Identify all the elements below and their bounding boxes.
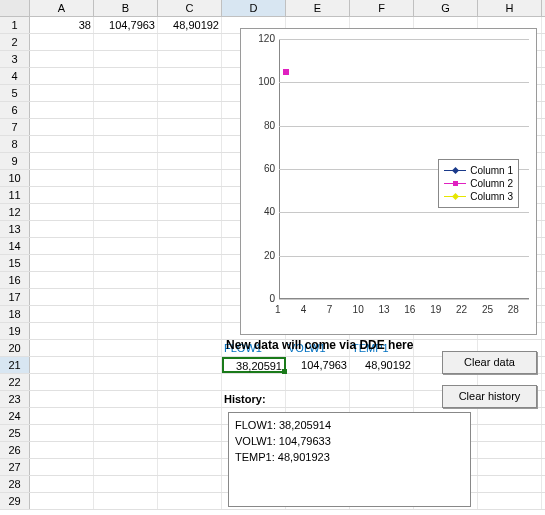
cell-C6[interactable]: [158, 102, 222, 118]
cell-E21[interactable]: 104,7963: [286, 357, 350, 373]
clear-data-button[interactable]: Clear data: [442, 351, 537, 374]
cell-C27[interactable]: [158, 459, 222, 475]
row-header-16[interactable]: 16: [0, 272, 30, 288]
col-header-F[interactable]: F: [350, 0, 414, 16]
cell-A23[interactable]: [30, 391, 94, 407]
cell-C13[interactable]: [158, 221, 222, 237]
cell-C8[interactable]: [158, 136, 222, 152]
row-header-9[interactable]: 9: [0, 153, 30, 169]
cell-A8[interactable]: [30, 136, 94, 152]
cell-B5[interactable]: [94, 85, 158, 101]
cell-C24[interactable]: [158, 408, 222, 424]
cell-C29[interactable]: [158, 493, 222, 509]
row-header-25[interactable]: 25: [0, 425, 30, 441]
row-header-23[interactable]: 23: [0, 391, 30, 407]
cell-F21[interactable]: 48,90192: [350, 357, 414, 373]
cell-A25[interactable]: [30, 425, 94, 441]
row-header-14[interactable]: 14: [0, 238, 30, 254]
cell-H25[interactable]: [478, 425, 542, 441]
cell-A7[interactable]: [30, 119, 94, 135]
cell-C1[interactable]: 48,90192: [158, 17, 222, 33]
cell-B15[interactable]: [94, 255, 158, 271]
cell-B24[interactable]: [94, 408, 158, 424]
cell-B26[interactable]: [94, 442, 158, 458]
clear-history-button[interactable]: Clear history: [442, 385, 537, 408]
cell-H26[interactable]: [478, 442, 542, 458]
cell-B3[interactable]: [94, 51, 158, 67]
row-header-2[interactable]: 2: [0, 34, 30, 50]
cell-A15[interactable]: [30, 255, 94, 271]
cell-A22[interactable]: [30, 374, 94, 390]
cell-A27[interactable]: [30, 459, 94, 475]
cell-A2[interactable]: [30, 34, 94, 50]
cell-A28[interactable]: [30, 476, 94, 492]
row-header-1[interactable]: 1: [0, 17, 30, 33]
cell-A10[interactable]: [30, 170, 94, 186]
cell-A20[interactable]: [30, 340, 94, 356]
cell-C23[interactable]: [158, 391, 222, 407]
cell-A13[interactable]: [30, 221, 94, 237]
cell-B25[interactable]: [94, 425, 158, 441]
cell-C18[interactable]: [158, 306, 222, 322]
cell-B29[interactable]: [94, 493, 158, 509]
cell-B10[interactable]: [94, 170, 158, 186]
chart[interactable]: 020406080100120 14710131619222528 Column…: [240, 28, 537, 335]
cell-B2[interactable]: [94, 34, 158, 50]
cell-B4[interactable]: [94, 68, 158, 84]
cell-C28[interactable]: [158, 476, 222, 492]
cell-A29[interactable]: [30, 493, 94, 509]
cell-B12[interactable]: [94, 204, 158, 220]
cell-H24[interactable]: [478, 408, 542, 424]
cell-F23[interactable]: [350, 391, 414, 407]
col-header-C[interactable]: C: [158, 0, 222, 16]
cell-B18[interactable]: [94, 306, 158, 322]
cell-C19[interactable]: [158, 323, 222, 339]
row-header-22[interactable]: 22: [0, 374, 30, 390]
cell-A12[interactable]: [30, 204, 94, 220]
corner-cell[interactable]: [0, 0, 30, 16]
cell-B11[interactable]: [94, 187, 158, 203]
col-header-B[interactable]: B: [94, 0, 158, 16]
cell-H28[interactable]: [478, 476, 542, 492]
cell-B20[interactable]: [94, 340, 158, 356]
cell-C14[interactable]: [158, 238, 222, 254]
cell-C15[interactable]: [158, 255, 222, 271]
cell-A3[interactable]: [30, 51, 94, 67]
cell-C21[interactable]: [158, 357, 222, 373]
row-header-7[interactable]: 7: [0, 119, 30, 135]
cell-D23[interactable]: History:: [222, 391, 286, 407]
row-header-12[interactable]: 12: [0, 204, 30, 220]
cell-B27[interactable]: [94, 459, 158, 475]
cell-B22[interactable]: [94, 374, 158, 390]
cell-B21[interactable]: [94, 357, 158, 373]
cell-B9[interactable]: [94, 153, 158, 169]
row-header-26[interactable]: 26: [0, 442, 30, 458]
row-header-19[interactable]: 19: [0, 323, 30, 339]
cell-A14[interactable]: [30, 238, 94, 254]
row-header-18[interactable]: 18: [0, 306, 30, 322]
cell-C22[interactable]: [158, 374, 222, 390]
col-header-D[interactable]: D: [222, 0, 286, 16]
cell-B6[interactable]: [94, 102, 158, 118]
cell-C12[interactable]: [158, 204, 222, 220]
cell-B23[interactable]: [94, 391, 158, 407]
cell-D22[interactable]: [222, 374, 286, 390]
cell-C2[interactable]: [158, 34, 222, 50]
cell-C10[interactable]: [158, 170, 222, 186]
cell-C17[interactable]: [158, 289, 222, 305]
cell-C4[interactable]: [158, 68, 222, 84]
row-header-6[interactable]: 6: [0, 102, 30, 118]
cell-H27[interactable]: [478, 459, 542, 475]
row-header-13[interactable]: 13: [0, 221, 30, 237]
cell-C7[interactable]: [158, 119, 222, 135]
row-header-8[interactable]: 8: [0, 136, 30, 152]
cell-C5[interactable]: [158, 85, 222, 101]
row-header-28[interactable]: 28: [0, 476, 30, 492]
col-header-G[interactable]: G: [414, 0, 478, 16]
cell-B17[interactable]: [94, 289, 158, 305]
row-header-11[interactable]: 11: [0, 187, 30, 203]
cell-B19[interactable]: [94, 323, 158, 339]
cell-A24[interactable]: [30, 408, 94, 424]
row-header-27[interactable]: 27: [0, 459, 30, 475]
cell-B16[interactable]: [94, 272, 158, 288]
